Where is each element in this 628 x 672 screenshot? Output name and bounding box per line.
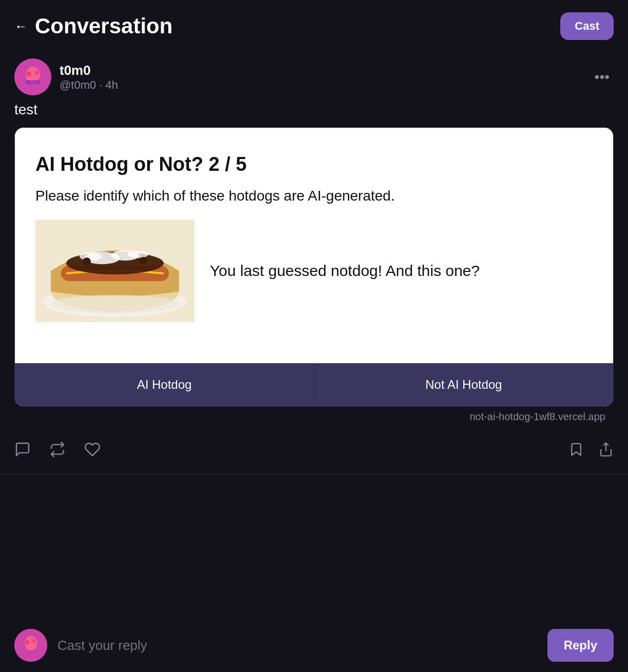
post-text: test [14, 102, 614, 118]
divider [0, 474, 628, 475]
avatar[interactable] [14, 58, 51, 95]
embed-buttons: AI Hotdog Not AI Hotdog [15, 363, 613, 406]
svg-rect-4 [26, 80, 40, 84]
reply-button[interactable]: Reply [547, 629, 614, 662]
reply-avatar [14, 629, 47, 662]
like-icon[interactable] [84, 441, 101, 462]
action-bar [0, 429, 628, 474]
svg-point-13 [128, 251, 148, 258]
embed-description: Please identify which of these hotdogs a… [35, 188, 593, 204]
embed-image-caption: You last guessed notdog! And this one? [210, 262, 480, 280]
page-title: Conversation [35, 14, 172, 38]
share-icon[interactable] [598, 442, 614, 461]
post-container: t0m0 @t0m0 · 4h ••• test AI Hotdog or No… [0, 48, 628, 429]
post-header-left: t0m0 @t0m0 · 4h [14, 58, 118, 95]
handle-time: @t0m0 · 4h [60, 78, 118, 92]
action-left [14, 441, 101, 462]
embed-card: AI Hotdog or Not? 2 / 5 Please identify … [14, 127, 614, 407]
avatar-image [14, 58, 51, 95]
embed-url: not-ai-hotdog-1wf8.vercel.app [14, 407, 614, 429]
not-ai-hotdog-button[interactable]: Not AI Hotdog [315, 363, 614, 406]
comment-icon[interactable] [14, 441, 31, 462]
user-info: t0m0 @t0m0 · 4h [60, 63, 118, 92]
back-button[interactable]: ← [14, 18, 28, 34]
svg-point-21 [32, 640, 36, 643]
svg-point-15 [140, 257, 147, 264]
username[interactable]: t0m0 [60, 63, 118, 78]
svg-point-16 [49, 295, 181, 313]
svg-point-2 [26, 71, 31, 76]
svg-point-12 [80, 252, 102, 261]
hotdog-image [35, 220, 194, 322]
recast-icon[interactable] [49, 441, 66, 462]
embed-content: AI Hotdog or Not? 2 / 5 Please identify … [15, 128, 613, 363]
ai-hotdog-button[interactable]: AI Hotdog [15, 363, 315, 406]
bookmark-icon[interactable] [568, 442, 584, 461]
header: ← Conversation Cast [0, 0, 628, 48]
action-right [568, 442, 614, 461]
reply-bar: Reply [0, 619, 628, 672]
cast-button[interactable]: Cast [560, 12, 614, 40]
embed-image-row: You last guessed notdog! And this one? [35, 220, 593, 322]
svg-point-3 [35, 71, 39, 75]
embed-title: AI Hotdog or Not? 2 / 5 [35, 153, 593, 175]
more-options-button[interactable]: ••• [591, 67, 614, 87]
reply-input[interactable] [57, 638, 537, 654]
post-header: t0m0 @t0m0 · 4h ••• [14, 58, 614, 95]
svg-point-14 [83, 258, 91, 266]
header-left: ← Conversation [14, 14, 172, 38]
svg-point-20 [25, 640, 29, 644]
